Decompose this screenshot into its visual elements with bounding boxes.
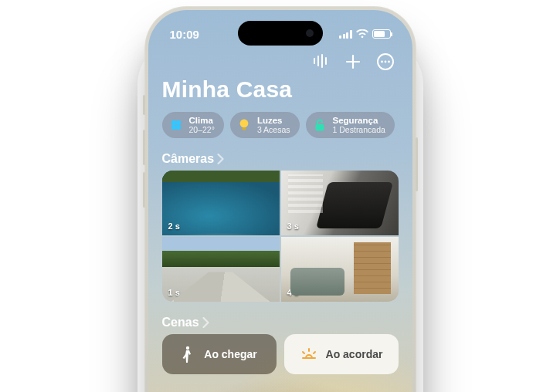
svg-point-12	[171, 125, 175, 130]
svg-rect-15	[242, 128, 246, 130]
volume-down-button	[143, 172, 145, 208]
power-button	[416, 137, 418, 191]
battery-icon	[372, 29, 391, 39]
camera-tile-living[interactable]: 4 s	[281, 237, 399, 302]
pill-title: Segurança	[333, 116, 385, 125]
dynamic-island	[238, 21, 323, 46]
cellular-signal-icon	[339, 30, 352, 39]
svg-point-7	[381, 61, 383, 63]
scene-arrive[interactable]: Ao chegar	[162, 334, 277, 374]
pill-subtitle: 3 Acesas	[257, 126, 290, 134]
scene-label: Ao chegar	[204, 348, 256, 360]
status-time: 10:09	[170, 28, 199, 41]
intercom-button[interactable]	[312, 53, 329, 70]
sunrise-icon	[300, 347, 318, 361]
section-label: Câmeras	[162, 152, 215, 166]
camera-tile-pool[interactable]: 2 s	[162, 171, 280, 235]
page-title: Minha Casa	[162, 76, 399, 103]
status-pills: Clima 20–22° Luzes 3 Acesas	[162, 112, 399, 138]
svg-point-14	[240, 120, 249, 128]
svg-line-19	[303, 352, 304, 353]
volume-up-button	[143, 130, 145, 165]
section-label: Cenas	[162, 316, 199, 329]
svg-line-20	[314, 352, 315, 353]
pill-subtitle: 20–22°	[189, 126, 215, 134]
camera-tile-gym[interactable]: 3 s	[281, 171, 399, 235]
more-button[interactable]	[377, 53, 394, 70]
svg-point-9	[388, 61, 390, 63]
camera-timestamp: 3 s	[287, 221, 299, 231]
cameras-heading[interactable]: Câmeras	[162, 152, 399, 166]
iphone-frame: 10:09	[144, 6, 416, 392]
light-icon	[236, 117, 252, 133]
pill-climate[interactable]: Clima 20–22°	[162, 112, 224, 138]
arrive-home-icon	[181, 346, 196, 363]
scenes-heading[interactable]: Cenas	[162, 316, 399, 329]
svg-point-11	[175, 120, 180, 125]
camera-timestamp: 2 s	[168, 221, 180, 231]
camera-timestamp: 4 s	[287, 288, 299, 297]
camera-tile-driveway[interactable]: 1 s	[162, 237, 280, 302]
chevron-right-icon	[202, 317, 209, 328]
scene-label: Ao acordar	[326, 348, 383, 360]
svg-point-13	[175, 125, 180, 130]
svg-rect-16	[315, 124, 324, 131]
pill-subtitle: 1 Destrancada	[333, 126, 385, 134]
scenes-row: Ao chegar Ao acordar	[162, 334, 399, 374]
camera-grid: 2 s 3 s 1 s 4 s	[162, 171, 399, 302]
svg-point-8	[384, 61, 386, 63]
chevron-right-icon	[217, 154, 224, 164]
add-button[interactable]	[344, 53, 361, 70]
pill-title: Clima	[189, 116, 215, 125]
svg-point-10	[171, 120, 175, 125]
pill-lights[interactable]: Luzes 3 Acesas	[230, 112, 300, 138]
lock-icon	[312, 117, 328, 133]
pill-security[interactable]: Segurança 1 Destrancada	[306, 112, 395, 138]
svg-point-17	[186, 346, 189, 350]
wifi-icon	[356, 29, 368, 39]
climate-icon	[168, 117, 184, 133]
camera-timestamp: 1 s	[168, 288, 180, 297]
scene-wake[interactable]: Ao acordar	[284, 334, 399, 374]
toolbar	[162, 53, 399, 70]
pill-title: Luzes	[257, 116, 290, 125]
screen: 10:09	[148, 10, 412, 392]
side-button	[143, 95, 145, 115]
